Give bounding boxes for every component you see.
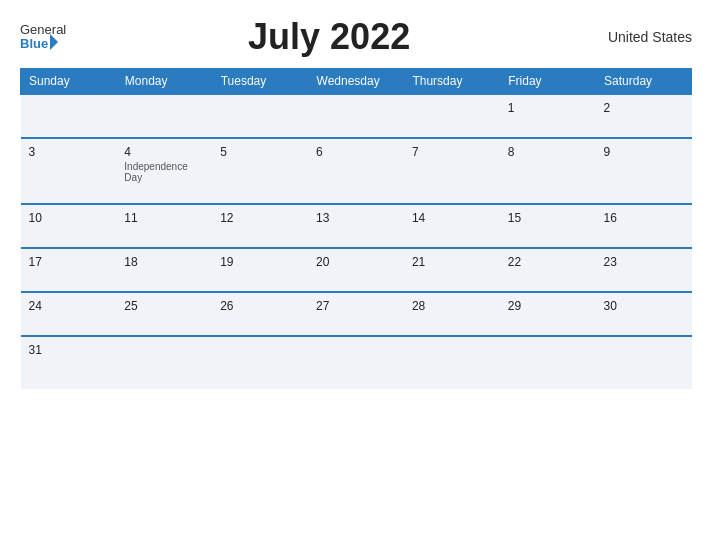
calendar-cell — [116, 336, 212, 389]
country-label: United States — [592, 29, 692, 45]
day-number: 6 — [316, 145, 396, 159]
calendar-table: Sunday Monday Tuesday Wednesday Thursday… — [20, 68, 692, 389]
calendar-cell — [500, 336, 596, 389]
col-wednesday: Wednesday — [308, 69, 404, 95]
day-number: 22 — [508, 255, 588, 269]
calendar-cell: 3 — [21, 138, 117, 204]
calendar-cell — [308, 94, 404, 138]
calendar-cell — [212, 336, 308, 389]
day-number: 31 — [29, 343, 109, 357]
calendar-cell: 8 — [500, 138, 596, 204]
calendar-week-5: 24252627282930 — [21, 292, 692, 336]
calendar-cell: 23 — [596, 248, 692, 292]
day-number: 25 — [124, 299, 204, 313]
calendar-cell: 10 — [21, 204, 117, 248]
day-number: 11 — [124, 211, 204, 225]
calendar-cell: 9 — [596, 138, 692, 204]
calendar-cell: 13 — [308, 204, 404, 248]
calendar-cell: 15 — [500, 204, 596, 248]
day-number: 14 — [412, 211, 492, 225]
calendar-cell: 18 — [116, 248, 212, 292]
calendar-cell: 21 — [404, 248, 500, 292]
calendar-cell: 25 — [116, 292, 212, 336]
day-number: 12 — [220, 211, 300, 225]
col-thursday: Thursday — [404, 69, 500, 95]
day-number: 4 — [124, 145, 204, 159]
calendar-cell: 12 — [212, 204, 308, 248]
calendar-cell: 1 — [500, 94, 596, 138]
calendar-cell — [404, 336, 500, 389]
calendar-title: July 2022 — [66, 16, 592, 58]
calendar-week-4: 17181920212223 — [21, 248, 692, 292]
day-number: 30 — [604, 299, 684, 313]
logo-blue-text: Blue — [20, 37, 48, 50]
calendar-cell: 16 — [596, 204, 692, 248]
calendar-cell: 24 — [21, 292, 117, 336]
col-friday: Friday — [500, 69, 596, 95]
calendar-week-2: 34Independence Day56789 — [21, 138, 692, 204]
calendar-cell: 26 — [212, 292, 308, 336]
day-number: 21 — [412, 255, 492, 269]
day-number: 18 — [124, 255, 204, 269]
calendar-cell: 19 — [212, 248, 308, 292]
calendar-cell: 2 — [596, 94, 692, 138]
day-number: 15 — [508, 211, 588, 225]
logo: General Blue — [20, 23, 66, 52]
calendar-week-1: 12 — [21, 94, 692, 138]
calendar-cell — [596, 336, 692, 389]
day-number: 20 — [316, 255, 396, 269]
day-number: 27 — [316, 299, 396, 313]
calendar-cell: 5 — [212, 138, 308, 204]
calendar-cell: 22 — [500, 248, 596, 292]
day-number: 28 — [412, 299, 492, 313]
header: General Blue July 2022 United States — [20, 16, 692, 58]
calendar-cell: 27 — [308, 292, 404, 336]
calendar-cell — [308, 336, 404, 389]
day-number: 9 — [604, 145, 684, 159]
day-number: 1 — [508, 101, 588, 115]
col-monday: Monday — [116, 69, 212, 95]
col-saturday: Saturday — [596, 69, 692, 95]
calendar-cell: 30 — [596, 292, 692, 336]
day-number: 26 — [220, 299, 300, 313]
calendar-cell — [116, 94, 212, 138]
day-number: 10 — [29, 211, 109, 225]
day-number: 24 — [29, 299, 109, 313]
calendar-cell: 28 — [404, 292, 500, 336]
day-number: 8 — [508, 145, 588, 159]
day-number: 3 — [29, 145, 109, 159]
calendar-cell — [404, 94, 500, 138]
day-number: 13 — [316, 211, 396, 225]
calendar-cell: 14 — [404, 204, 500, 248]
calendar-header-row: Sunday Monday Tuesday Wednesday Thursday… — [21, 69, 692, 95]
day-number: 5 — [220, 145, 300, 159]
calendar-cell — [212, 94, 308, 138]
col-tuesday: Tuesday — [212, 69, 308, 95]
day-number: 7 — [412, 145, 492, 159]
calendar-cell: 20 — [308, 248, 404, 292]
holiday-label: Independence Day — [124, 161, 204, 183]
calendar-week-6: 31 — [21, 336, 692, 389]
day-number: 2 — [604, 101, 684, 115]
day-number: 17 — [29, 255, 109, 269]
day-number: 23 — [604, 255, 684, 269]
day-number: 19 — [220, 255, 300, 269]
calendar-cell — [21, 94, 117, 138]
calendar-cell: 11 — [116, 204, 212, 248]
col-sunday: Sunday — [21, 69, 117, 95]
calendar-page: General Blue July 2022 United States Sun… — [0, 0, 712, 550]
calendar-week-3: 10111213141516 — [21, 204, 692, 248]
day-number: 29 — [508, 299, 588, 313]
calendar-cell: 6 — [308, 138, 404, 204]
calendar-cell: 31 — [21, 336, 117, 389]
day-number: 16 — [604, 211, 684, 225]
logo-general-text: General — [20, 23, 66, 36]
logo-triangle-icon — [50, 34, 58, 50]
calendar-cell: 7 — [404, 138, 500, 204]
calendar-cell: 29 — [500, 292, 596, 336]
calendar-cell: 4Independence Day — [116, 138, 212, 204]
calendar-cell: 17 — [21, 248, 117, 292]
